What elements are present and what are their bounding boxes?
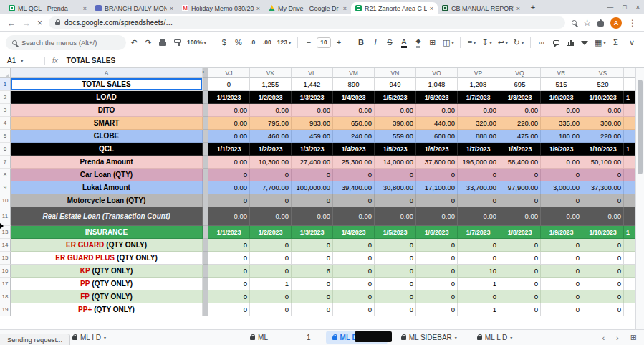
cell[interactable]: 1/6/2023 xyxy=(416,91,458,104)
forward-button[interactable]: → xyxy=(22,19,31,27)
cell[interactable]: 0 xyxy=(499,169,541,181)
cell[interactable]: 0 xyxy=(541,169,582,181)
row-label-cell[interactable]: PP+(QTY ONLY) xyxy=(11,303,203,316)
cell[interactable]: 1/1/2023 xyxy=(208,91,250,104)
cell[interactable]: 0.00 xyxy=(292,207,333,226)
cell[interactable]: 0 xyxy=(499,252,541,265)
scroll-left-icon[interactable]: ‹ xyxy=(602,334,605,342)
format-currency-button[interactable]: $ xyxy=(218,36,231,50)
cell-clipped[interactable] xyxy=(624,78,635,91)
cell[interactable]: 0.00 xyxy=(541,104,582,117)
cell[interactable]: 0.00 xyxy=(250,104,292,117)
row-label-cell[interactable]: SMART xyxy=(11,117,203,130)
cell[interactable]: 0 xyxy=(208,265,250,278)
cell[interactable]: 1 xyxy=(250,278,292,290)
column-header-vq[interactable]: VQ xyxy=(499,68,541,78)
cell[interactable]: 0 xyxy=(375,239,416,252)
cell[interactable]: 0 xyxy=(499,290,541,303)
column-header-vm[interactable]: VM xyxy=(333,68,375,78)
tab-close-icon[interactable]: × xyxy=(256,5,260,12)
cell[interactable]: 0 xyxy=(416,303,458,316)
cell[interactable]: 0.00 xyxy=(208,104,250,117)
cell[interactable]: 1/9/2023 xyxy=(541,226,582,239)
cell[interactable]: 0 xyxy=(250,252,292,265)
undo-button[interactable]: ↶ xyxy=(128,36,140,50)
cell[interactable]: 0 xyxy=(333,290,375,303)
text-color-button[interactable]: A xyxy=(398,36,410,50)
tab-close-icon[interactable]: × xyxy=(170,5,173,12)
cell[interactable]: 0 xyxy=(582,194,624,207)
font-size-decrease-button[interactable]: − xyxy=(302,36,315,50)
cell[interactable]: 100,000.00 xyxy=(292,181,333,194)
row-header[interactable]: 19 xyxy=(0,303,11,316)
zoom-button[interactable]: 100%▾ xyxy=(185,36,208,50)
formula-input[interactable]: TOTAL SALES xyxy=(67,57,115,65)
italic-button[interactable]: I xyxy=(369,36,382,50)
row-header[interactable]: 17 xyxy=(0,278,11,290)
row-label-cell[interactable]: Motorcycle Loan (QTY) xyxy=(11,194,203,207)
cell[interactable]: 50,100.00 xyxy=(582,156,624,169)
cell[interactable]: 0.00 xyxy=(208,130,250,143)
redo-button[interactable]: ↷ xyxy=(142,36,155,50)
column-header-vr[interactable]: VR xyxy=(541,68,582,78)
cell[interactable]: 0 xyxy=(375,303,416,316)
cell[interactable]: 695 xyxy=(499,78,541,91)
sheet-tab[interactable]: ML I D▾ xyxy=(66,331,112,344)
cell[interactable]: 1,255 xyxy=(250,78,292,91)
cell[interactable]: 0 xyxy=(541,290,582,303)
cell[interactable]: 10 xyxy=(458,265,499,278)
cell[interactable]: 0.00 xyxy=(541,207,582,226)
extensions-icon[interactable] xyxy=(597,21,604,27)
cell[interactable]: 1/4/2023 xyxy=(333,91,375,104)
cell[interactable]: 0.00 xyxy=(499,104,541,117)
cell[interactable]: 0 xyxy=(333,252,375,265)
row-header[interactable]: 8 xyxy=(0,169,11,181)
cell[interactable]: 1,208 xyxy=(458,78,499,91)
cell[interactable]: 0.00 xyxy=(333,207,375,226)
tab-close-icon[interactable]: × xyxy=(83,5,87,12)
cell[interactable]: 0.00 xyxy=(250,207,292,226)
cell[interactable]: 180.00 xyxy=(541,130,582,143)
row-label-cell[interactable]: QCL xyxy=(11,143,203,156)
cell[interactable]: 0 xyxy=(416,265,458,278)
cell[interactable]: 0 xyxy=(458,252,499,265)
cell[interactable]: 37,800.00 xyxy=(416,156,458,169)
cell[interactable]: 0 xyxy=(458,169,499,181)
number-format-button[interactable]: 123▾ xyxy=(275,36,293,50)
cell[interactable]: 39,400.00 xyxy=(333,181,375,194)
cell[interactable]: 1/10/2023 xyxy=(582,226,624,239)
search-icon[interactable] xyxy=(572,20,577,25)
close-icon[interactable]: × xyxy=(636,4,640,11)
column-header-vs[interactable]: VS xyxy=(582,68,624,78)
frozen-pane-divider[interactable] xyxy=(203,303,208,316)
cell[interactable]: 0 xyxy=(375,169,416,181)
cell[interactable]: 0.00 xyxy=(375,104,416,117)
cell[interactable]: 459.00 xyxy=(292,130,333,143)
cell[interactable]: 1,048 xyxy=(416,78,458,91)
column-header-vp[interactable]: VP xyxy=(458,68,499,78)
cell-clipped[interactable] xyxy=(624,239,635,252)
increase-decimals-button[interactable]: .00 xyxy=(261,36,274,50)
cell[interactable]: 1/8/2023 xyxy=(499,226,541,239)
cell[interactable]: 1,442 xyxy=(292,78,333,91)
cell[interactable]: 1/4/2023 xyxy=(333,143,375,156)
cell[interactable]: 1/9/2023 xyxy=(541,91,582,104)
cell[interactable]: 0 xyxy=(582,169,624,181)
row-label-cell[interactable]: GLOBE xyxy=(11,130,203,143)
cell[interactable]: 0 xyxy=(416,252,458,265)
frozen-pane-divider[interactable] xyxy=(203,265,208,278)
cell[interactable]: 1/1/2023 xyxy=(208,143,250,156)
browser-tab[interactable]: My Drive - Google Dr× xyxy=(264,2,351,14)
cell-clipped[interactable] xyxy=(624,194,635,207)
select-all-corner[interactable] xyxy=(0,68,11,78)
cell-clipped[interactable] xyxy=(624,303,635,316)
frozen-pane-divider[interactable] xyxy=(203,226,208,239)
cell[interactable]: 0 xyxy=(292,303,333,316)
cell[interactable]: 0 xyxy=(582,265,624,278)
cell[interactable]: 0 xyxy=(582,303,624,316)
cell[interactable]: 0 xyxy=(541,265,582,278)
cell[interactable]: 1/3/2023 xyxy=(292,91,333,104)
cell[interactable]: 0 xyxy=(458,290,499,303)
browser-tab[interactable]: CB MANUAL REPORT× xyxy=(438,2,524,14)
frozen-pane-divider[interactable] xyxy=(203,207,208,226)
